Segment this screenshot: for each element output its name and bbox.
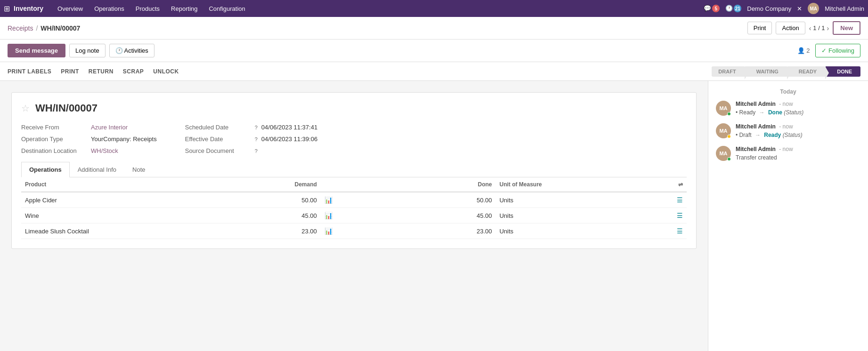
new-button[interactable]: New	[833, 21, 860, 35]
form-title: WH/IN/00007	[35, 102, 97, 114]
tabs: Operations Additional Info Note	[21, 162, 687, 177]
col-settings-icon[interactable]: ⇌	[595, 177, 687, 192]
cell-list-2[interactable]: ☰	[595, 223, 687, 239]
destination-value[interactable]: WH/Stock	[91, 147, 118, 154]
print-action[interactable]: PRINT	[61, 68, 79, 75]
stage-done[interactable]: DONE	[826, 66, 860, 77]
chatter-time-2: - now	[779, 123, 793, 130]
settings-icon[interactable]: ✕	[797, 5, 802, 12]
chart-icon-2[interactable]: 📊	[324, 227, 333, 235]
cell-list-0[interactable]: ☰	[595, 192, 687, 208]
check-icon: ✓	[821, 47, 827, 54]
secondary-bar: Receipts / WH/IN/00007 Print Action ‹ 1 …	[0, 17, 868, 40]
online-dot-1	[727, 112, 731, 116]
prev-button[interactable]: ‹	[809, 24, 811, 32]
chatter-time-1: - now	[779, 101, 793, 107]
col-header-uom: Unit of Measure	[495, 177, 595, 192]
list-icon-1[interactable]: ☰	[677, 212, 683, 219]
breadcrumb-parent[interactable]: Receipts	[8, 24, 33, 32]
app-grid-icon[interactable]: ⊞	[4, 4, 10, 13]
activities-button[interactable]: 🕐 Activities	[109, 44, 154, 57]
action-button[interactable]: Action	[776, 22, 805, 34]
scheduled-date-row: Scheduled Date ? 04/06/2023 11:37:41	[185, 124, 317, 131]
chatter-content-1: Mitchell Admin - now • Ready → Done (Sta…	[736, 101, 860, 116]
app-name[interactable]: Inventory	[14, 5, 43, 12]
content-wrapper: ☆ WH/IN/00007 Receive From Azure Interio…	[0, 81, 868, 351]
chatter-user-1: Mitchell Admin	[736, 101, 776, 107]
next-button[interactable]: ›	[827, 24, 829, 32]
list-icon-2[interactable]: ☰	[677, 227, 683, 235]
destination-label: Destination Location	[21, 147, 87, 154]
chatter-bar: Send message Log note 🕐 Activities 👤 2 ✓…	[0, 40, 868, 62]
cell-list-1[interactable]: ☰	[595, 208, 687, 223]
receive-from-row: Receive From Azure Interior	[21, 124, 157, 131]
nav-reporting[interactable]: Reporting	[166, 3, 202, 14]
destination-row: Destination Location WH/Stock	[21, 147, 157, 154]
col-header-done: Done	[396, 177, 496, 192]
activities-clock-icon: 🕐	[115, 47, 123, 54]
chatter-today: Today	[716, 88, 860, 95]
stage-waiting[interactable]: WAITING	[745, 66, 787, 77]
cell-done-2: 23.00	[396, 223, 496, 239]
operation-type-value: YourCompany: Receipts	[91, 136, 157, 143]
company-name: Demo Company	[747, 5, 791, 12]
breadcrumb-sep: /	[36, 24, 38, 32]
cell-chart-1[interactable]: 📊	[321, 208, 396, 223]
top-nav: ⊞ Inventory Overview Operations Products…	[0, 0, 868, 17]
chatter-content-2: Mitchell Admin - now • Draft → Ready (St…	[736, 123, 860, 138]
nav-operations[interactable]: Operations	[89, 3, 129, 14]
nav-overview[interactable]: Overview	[53, 3, 88, 14]
nav-products[interactable]: Products	[131, 3, 164, 14]
stage-draft[interactable]: DRAFT	[712, 66, 744, 77]
print-button[interactable]: Print	[747, 22, 772, 34]
form-card: ☆ WH/IN/00007 Receive From Azure Interio…	[11, 92, 697, 249]
chatter-header-1: Mitchell Admin - now	[736, 101, 860, 107]
effective-date-value: 04/06/2023 11:39:06	[261, 136, 317, 143]
products-table: Product Demand Done Unit of Measure ⇌	[21, 177, 687, 239]
breadcrumb: Receipts / WH/IN/00007	[8, 24, 742, 32]
following-button[interactable]: ✓ Following	[815, 44, 860, 57]
breadcrumb-current: WH/IN/00007	[41, 24, 80, 32]
chat-icon[interactable]: 💬5	[704, 5, 720, 13]
scheduled-help-icon[interactable]: ?	[255, 125, 258, 130]
chart-icon-0[interactable]: 📊	[324, 196, 333, 204]
table-row: Wine 45.00 📊 45.00 Units ☰	[21, 208, 687, 223]
scheduled-date-value: 04/06/2023 11:37:41	[261, 124, 317, 131]
print-labels-action[interactable]: PRINT LABELS	[8, 68, 51, 75]
cell-product-0: Apple Cider	[21, 192, 221, 208]
send-message-button[interactable]: Send message	[8, 44, 65, 57]
table-settings-icon[interactable]: ⇌	[678, 181, 683, 188]
form-area: ☆ WH/IN/00007 Receive From Azure Interio…	[0, 81, 708, 351]
effective-date-label: Effective Date	[185, 136, 251, 143]
left-fields: Receive From Azure Interior Operation Ty…	[21, 124, 157, 154]
chart-icon-1[interactable]: 📊	[324, 212, 333, 219]
effective-help-icon[interactable]: ?	[255, 136, 258, 142]
log-note-button[interactable]: Log note	[69, 44, 105, 57]
tab-additional-info[interactable]: Additional Info	[70, 162, 124, 177]
chatter-user-3: Mitchell Admin	[736, 146, 776, 152]
cell-done-0: 50.00	[396, 192, 496, 208]
cell-chart-2[interactable]: 📊	[321, 223, 396, 239]
receive-from-value[interactable]: Azure Interior	[91, 124, 128, 131]
star-icon[interactable]: ☆	[21, 103, 30, 114]
cell-product-2: Limeade Slush Cocktail	[21, 223, 221, 239]
scrap-action[interactable]: SCRAP	[123, 68, 144, 75]
cell-chart-0[interactable]: 📊	[321, 192, 396, 208]
pagination-text: 1 / 1	[813, 24, 825, 32]
return-action[interactable]: RETURN	[89, 68, 114, 75]
top-right-area: 💬5 🕐21 Demo Company ✕ MA Mitchell Admin	[704, 3, 864, 14]
table-container: Product Demand Done Unit of Measure ⇌	[21, 177, 687, 239]
nav-configuration[interactable]: Configuration	[204, 3, 250, 14]
unlock-action[interactable]: UNLOCK	[153, 68, 178, 75]
source-help-icon[interactable]: ?	[255, 148, 258, 154]
tab-operations[interactable]: Operations	[21, 162, 70, 177]
list-icon-0[interactable]: ☰	[677, 196, 683, 204]
col-header-demand: Demand	[221, 177, 321, 192]
avatar[interactable]: MA	[808, 3, 819, 14]
chatter-message-2: MA Mitchell Admin - now • Draft → Ready …	[716, 123, 860, 138]
clock-icon[interactable]: 🕐21	[725, 5, 741, 13]
tab-note[interactable]: Note	[124, 162, 153, 177]
operation-type-row: Operation Type YourCompany: Receipts	[21, 136, 157, 143]
chatter-avatar-3: MA	[716, 146, 731, 161]
stage-ready[interactable]: READY	[787, 66, 826, 77]
